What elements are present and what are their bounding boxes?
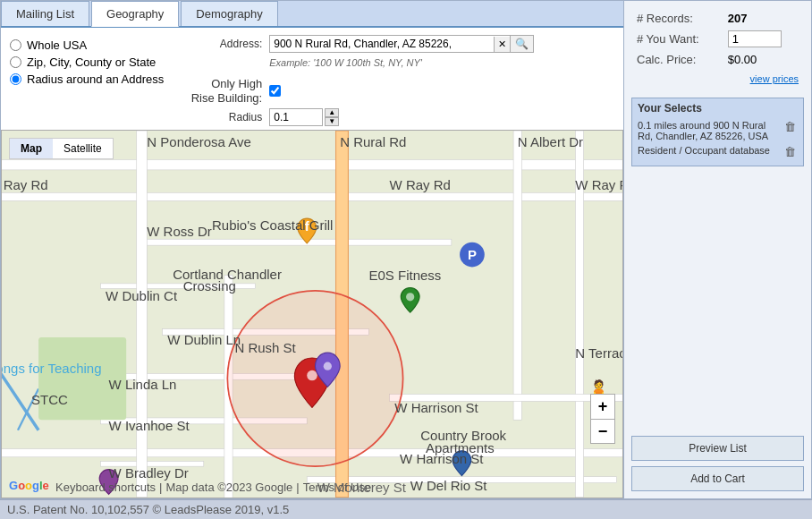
radio-group: Whole USA Zip, City, County or State Rad… — [10, 35, 164, 126]
tab-mailing-list[interactable]: Mailing List — [1, 1, 89, 26]
svg-text:P: P — [468, 247, 477, 262]
radius-up-button[interactable]: ▲ — [325, 108, 339, 117]
select-item-radius-delete-button[interactable]: 🗑 — [782, 120, 798, 133]
radio-zip-city[interactable]: Zip, City, County or State — [10, 55, 164, 69]
zoom-buttons: + − — [590, 394, 615, 444]
you-want-label: # You Want: — [633, 29, 723, 49]
radius-input-wrap: ▲ ▼ — [269, 108, 339, 126]
svg-text:W Harrison St: W Harrison St — [394, 400, 478, 415]
select-item-database: Resident / Occupant database 🗑 — [638, 145, 798, 158]
svg-rect-11 — [137, 131, 148, 498]
svg-text:W Ross Dr: W Ross Dr — [147, 224, 212, 239]
select-item-radius: 0.1 miles around 900 N Rural Rd, Chandle… — [638, 120, 798, 141]
map-footer: Keyboard shortcuts | Map data ©2023 Goog… — [55, 481, 622, 494]
svg-text:Apartments: Apartments — [426, 440, 495, 455]
svg-text:W Linda Ln: W Linda Ln — [109, 377, 177, 392]
svg-text:N Ponderosa Ave: N Ponderosa Ave — [147, 135, 250, 150]
select-item-database-delete-button[interactable]: 🗑 — [782, 145, 798, 158]
svg-rect-1 — [2, 160, 622, 171]
app-container: Mailing List Geography Demography Whole … — [0, 0, 812, 519]
keyboard-shortcuts-link[interactable]: Keyboard shortcuts — [55, 481, 156, 494]
your-selects-box: Your Selects 0.1 miles around 900 N Rura… — [631, 98, 804, 166]
you-want-row: # You Want: — [633, 29, 802, 49]
zoom-in-button[interactable]: + — [590, 394, 615, 419]
map-type-buttons: Map Satellite — [9, 138, 114, 159]
map-container[interactable]: f P Rubio's Coastal Grill W Ray Rd W Ray… — [1, 130, 623, 498]
action-buttons: Preview List Add to Cart — [631, 429, 804, 491]
svg-point-24 — [307, 370, 317, 381]
terms-of-use-link[interactable]: Terms of Use — [303, 481, 372, 494]
radio-whole-usa-label: Whole USA — [27, 38, 87, 52]
footer-bar: U.S. Patent No. 10,102,557 © LeadsPlease… — [0, 499, 812, 519]
content-body: Whole USA Zip, City, County or State Rad… — [1, 28, 623, 130]
map-type-map-button[interactable]: Map — [10, 139, 53, 158]
svg-text:E0S Fitness: E0S Fitness — [368, 268, 441, 284]
select-item-radius-text: 0.1 miles around 900 N Rural Rd, Chandle… — [638, 120, 782, 141]
svg-text:Crossing: Crossing — [183, 278, 236, 294]
high-rise-checkbox[interactable] — [269, 85, 281, 97]
map-footer-sep: | — [159, 481, 162, 494]
map-svg: f P Rubio's Coastal Grill W Ray Rd W Ray… — [2, 131, 622, 498]
calc-price-label: Calc. Price: — [633, 51, 723, 68]
radio-radius[interactable]: Radius around an Address — [10, 72, 164, 86]
svg-text:W Dublin Ln: W Dublin Ln — [167, 332, 241, 347]
records-row: # Records: 207 — [633, 10, 802, 27]
your-selects-title: Your Selects — [638, 102, 798, 115]
tab-demography[interactable]: Demography — [181, 1, 277, 26]
address-input[interactable] — [270, 36, 494, 52]
svg-text:STCC: STCC — [31, 392, 68, 407]
calc-price-row: Calc. Price: $0.00 — [633, 51, 802, 68]
svg-point-25 — [324, 362, 332, 370]
svg-text:W Ray Rd: W Ray Rd — [575, 177, 622, 192]
high-rise-row: Only High Rise Building: — [164, 77, 614, 105]
address-label: Address: — [164, 38, 262, 50]
map-type-satellite-button[interactable]: Satellite — [53, 139, 113, 158]
left-panel: Mailing List Geography Demography Whole … — [0, 0, 624, 499]
tab-geography[interactable]: Geography — [91, 1, 179, 27]
address-clear-button[interactable]: ✕ — [494, 37, 510, 52]
svg-text:Rubio's Coastal Grill: Rubio's Coastal Grill — [212, 217, 333, 233]
radio-zip-city-label: Zip, City, County or State — [27, 55, 156, 69]
records-value: 207 — [724, 10, 802, 27]
right-panel: # Records: 207 # You Want: Calc. Price: … — [624, 0, 812, 499]
address-search-button[interactable]: 🔍 — [510, 36, 533, 52]
svg-text:W Dublin Ct: W Dublin Ct — [106, 289, 178, 304]
svg-rect-2 — [2, 192, 622, 200]
address-example: Example: '100 W 100th St, NY, NY' — [269, 57, 614, 68]
calc-price-value: $0.00 — [724, 51, 802, 68]
radius-input[interactable] — [269, 108, 323, 126]
svg-text:N Rush St: N Rush St — [234, 340, 296, 355]
address-row: Address: ✕ 🔍 — [164, 35, 614, 53]
address-input-wrap: ✕ 🔍 — [269, 35, 534, 53]
you-want-input[interactable] — [728, 30, 782, 47]
google-logo: Google — [9, 479, 49, 492]
records-label: # Records: — [633, 10, 723, 27]
radio-whole-usa[interactable]: Whole USA — [10, 38, 164, 52]
radius-spinner: ▲ ▼ — [325, 108, 339, 126]
high-rise-label: Only High Rise Building: — [164, 77, 262, 105]
svg-rect-3 — [142, 239, 452, 245]
you-want-input-cell — [724, 29, 802, 49]
radius-row: Radius ▲ ▼ — [164, 108, 614, 126]
radius-label: Radius — [164, 111, 262, 123]
radius-down-button[interactable]: ▼ — [325, 117, 339, 126]
select-item-database-text: Resident / Occupant database — [638, 145, 782, 156]
form-fields: Address: ✕ 🔍 Example: '100 W 100th St, N… — [164, 35, 614, 126]
preview-list-button[interactable]: Preview List — [631, 436, 804, 461]
svg-text:W Ray Rd: W Ray Rd — [390, 177, 451, 192]
add-to-cart-button[interactable]: Add to Cart — [631, 466, 804, 491]
patent-text: U.S. Patent No. 10,102,557 © LeadsPlease… — [7, 503, 289, 516]
view-prices-link[interactable]: view prices — [750, 73, 799, 84]
svg-text:N Terrace Rd: N Terrace Rd — [575, 345, 622, 361]
radio-radius-label: Radius around an Address — [27, 72, 164, 86]
map-footer-sep2: | — [296, 481, 299, 494]
address-section: Address: ✕ 🔍 Example: '100 W 100th St, N… — [164, 35, 614, 68]
svg-text:W Bradley Dr: W Bradley Dr — [109, 465, 189, 481]
svg-text:N Rural Rd: N Rural Rd — [340, 135, 406, 150]
map-data-text: Map data ©2023 Google — [165, 481, 292, 494]
zoom-out-button[interactable]: − — [590, 419, 615, 444]
tab-bar: Mailing List Geography Demography — [1, 1, 623, 28]
svg-text:W Ivanhoe St: W Ivanhoe St — [109, 418, 190, 433]
svg-text:Songs for Teaching: Songs for Teaching — [2, 361, 102, 376]
high-rise-checkbox-wrap — [269, 85, 281, 97]
